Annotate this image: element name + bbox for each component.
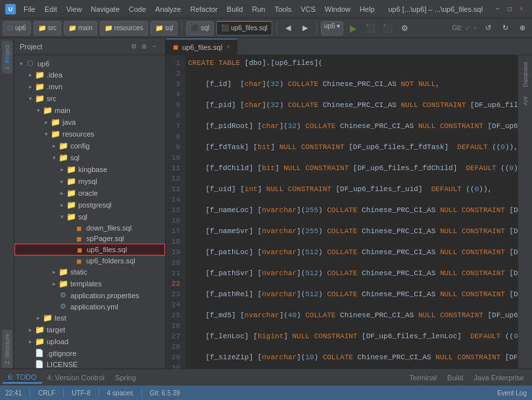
tree-postgresql[interactable]: ▸ 📁 postgresql <box>14 199 165 211</box>
menu-window[interactable]: Window <box>321 4 354 14</box>
tree-static[interactable]: ▸ 📁 static <box>14 266 165 278</box>
tree-mysql[interactable]: ▸ 📁 mysql <box>14 175 165 187</box>
menu-view[interactable]: View <box>62 4 86 14</box>
forward-icon[interactable]: ▶ <box>298 21 312 35</box>
resources-btn[interactable]: 📁 resources <box>100 21 148 35</box>
main-layout: 1: Project Z: Structure Project ⚙ ⊕ − ▾ … <box>0 38 532 368</box>
menu-build[interactable]: Build <box>223 4 247 14</box>
tree-target[interactable]: ▸ 📁 target <box>14 324 165 336</box>
menu-run[interactable]: Run <box>248 4 269 14</box>
add-icon[interactable]: ⊕ <box>139 41 149 52</box>
right-panel-tabs: Database Ant <box>518 55 532 368</box>
bookmark-icon[interactable]: ⊕ <box>515 21 529 35</box>
event-log[interactable]: Event Log <box>497 389 527 397</box>
line-numbers: 12345 678910 1112131415 1617181920 21222… <box>166 55 185 368</box>
run-icon[interactable]: ▶ <box>346 21 360 35</box>
menu-navigate[interactable]: Navigate <box>87 4 123 14</box>
close-button[interactable]: × <box>516 4 527 14</box>
tab-up6-files-sql[interactable]: ◼ up6_files.sql × <box>166 39 237 55</box>
menu-vcs[interactable]: VCS <box>297 4 320 14</box>
tree-java[interactable]: ▸ 📁 java <box>14 116 165 128</box>
ant-tab[interactable]: Ant <box>520 93 531 110</box>
tree-app-yml[interactable]: ▸ ⚙ application.yml <box>14 301 165 312</box>
tree-kingbase[interactable]: ▸ 📁 kingbase <box>14 164 165 175</box>
sql-file-btn[interactable]: ⬛ sql <box>186 21 214 35</box>
file-tabs: ◼ up6_files.sql × <box>166 38 532 55</box>
menu-refactor[interactable]: Refactor <box>186 4 222 14</box>
sidebar: Project ⚙ ⊕ − ▾ ⬡ up6 ▸ 📁 .idea ▸ 📁 .mvn <box>14 38 166 368</box>
menu-help[interactable]: Help <box>356 4 379 14</box>
right-panel: ◼ up6_files.sql × 12345 678910 111213141… <box>166 38 532 368</box>
project-panel-tab[interactable]: 1: Project <box>2 41 12 74</box>
build-tab[interactable]: Build <box>442 372 468 383</box>
tree-main[interactable]: ▾ 📁 main <box>14 104 165 116</box>
undo-icon[interactable]: ↺ <box>481 21 495 35</box>
tree-src[interactable]: ▾ 📁 src <box>14 93 165 104</box>
editor-area: 12345 678910 1112131415 1617181920 21222… <box>166 55 532 368</box>
debug-icon[interactable]: ⬛ <box>363 21 377 35</box>
tree-license[interactable]: ▸ 📄 LICENSE <box>14 359 165 368</box>
stop-icon[interactable]: ⬛ <box>380 21 395 35</box>
sidebar-header: Project ⚙ ⊕ − <box>14 38 165 55</box>
tab-close-icon[interactable]: × <box>226 43 230 51</box>
structure-tab[interactable]: Z: Structure <box>2 330 12 368</box>
tree-sql-outer[interactable]: ▾ 📁 sql <box>14 152 165 164</box>
code-editor[interactable]: CREATE TABLE [dbo].[up6_files]( [f_id] [… <box>185 55 518 368</box>
tree-gitignore[interactable]: ▸ 📄 .gitignore <box>14 347 165 359</box>
menu-code[interactable]: Code <box>125 4 150 14</box>
tree-up6-folders-sql[interactable]: ▸ ◼ up6_folders.sql <box>14 256 165 266</box>
menu-tools[interactable]: Tools <box>270 4 295 14</box>
collapse-icon[interactable]: − <box>149 41 160 52</box>
tree-app-properties[interactable]: ▸ ⚙ application.properties <box>14 290 165 301</box>
tree-sppager-sql[interactable]: ▸ ◼ spPager.sql <box>14 233 165 244</box>
redo-icon[interactable]: ↻ <box>498 21 512 35</box>
window-title: up6 [...\up6] – ...\up6_files.sql <box>379 5 493 13</box>
sql-folder-btn[interactable]: 📁 sql <box>151 21 178 35</box>
git-version[interactable]: Git: 6.5.39 <box>150 389 180 397</box>
db-selector[interactable]: up6 ▾ <box>321 21 343 35</box>
gear-icon[interactable]: ⚙ <box>128 41 139 52</box>
menu-file[interactable]: File <box>20 4 39 14</box>
tree-upload[interactable]: ▸ 📁 upload <box>14 336 165 347</box>
tree-config[interactable]: ▸ 📁 config <box>14 140 165 152</box>
tree-oracle[interactable]: ▸ 📁 oracle <box>14 187 165 199</box>
window-controls: − □ × <box>493 4 527 14</box>
separator <box>181 22 182 35</box>
version-control-tab[interactable]: 4: Version Control <box>42 372 110 383</box>
menu-bar: File Edit View Navigate Code Analyze Ref… <box>20 4 379 14</box>
encoding-selector[interactable]: UTF-8 <box>72 389 90 397</box>
java-enterprise-tab[interactable]: Java Enterprise <box>469 372 529 383</box>
maximize-button[interactable]: □ <box>504 4 515 14</box>
tree-mvn[interactable]: ▸ 📁 .mvn <box>14 81 165 93</box>
tree-templates[interactable]: ▸ 📁 templates <box>14 278 165 290</box>
main-btn[interactable]: 📁 main <box>64 21 97 35</box>
spring-tab[interactable]: Spring <box>110 372 141 383</box>
settings-icon[interactable]: ⚙ <box>397 21 412 35</box>
cursor-position: 22:41 <box>5 389 22 397</box>
file-tree: ▾ ⬡ up6 ▸ 📁 .idea ▸ 📁 .mvn ▾ 📁 src <box>14 55 165 368</box>
status-bar: 22:41 CRLF UTF-8 4 spaces Git: 6.5.39 Ev… <box>0 386 532 400</box>
tree-up6-files-sql[interactable]: ▸ ◼ up6_files.sql <box>14 244 165 256</box>
tree-down-files-sql[interactable]: ▸ ◼ down_files.sql <box>14 223 165 233</box>
line-ending-selector[interactable]: CRLF <box>38 389 55 397</box>
tree-test[interactable]: ▸ 📁 test <box>14 312 165 324</box>
tree-sql-inner[interactable]: ▾ 📁 sql <box>14 211 165 223</box>
project-btn[interactable]: ⬡ up6 <box>3 21 31 35</box>
up6-files-tab[interactable]: ⬛ up6_files.sql <box>216 21 272 35</box>
menu-edit[interactable]: Edit <box>41 4 61 14</box>
todo-tab[interactable]: 6: TODO <box>3 372 42 384</box>
tree-idea[interactable]: ▸ 📁 .idea <box>14 69 165 81</box>
database-tab[interactable]: Database <box>520 58 531 91</box>
menu-analyze[interactable]: Analyze <box>151 4 185 14</box>
tree-resources[interactable]: ▾ 📁 resources <box>14 128 165 140</box>
src-btn[interactable]: 📁 src <box>34 21 61 35</box>
indent-selector[interactable]: 4 spaces <box>107 389 133 397</box>
left-vertical-tabs: 1: Project Z: Structure <box>0 38 14 368</box>
status-sep2 <box>63 388 64 397</box>
minimize-button[interactable]: − <box>493 4 503 14</box>
position-indicator[interactable]: 22:41 <box>5 389 22 397</box>
terminal-tab[interactable]: Terminal <box>404 372 443 383</box>
back-icon[interactable]: ◀ <box>281 21 295 35</box>
tree-root-up6[interactable]: ▾ ⬡ up6 <box>14 58 165 69</box>
app-icon: U <box>5 4 16 14</box>
